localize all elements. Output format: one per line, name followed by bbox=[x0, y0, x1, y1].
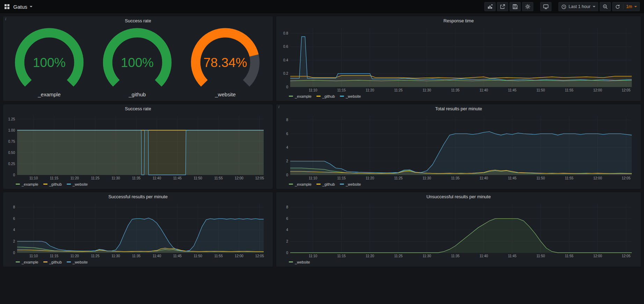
panel-info-icon[interactable]: i bbox=[5, 17, 6, 21]
svg-text:0.50: 0.50 bbox=[8, 151, 15, 155]
svg-text:0: 0 bbox=[286, 173, 288, 177]
svg-text:11:15: 11:15 bbox=[50, 254, 59, 258]
chart-svg: 00.20.40.60.811:1011:1511:2011:2511:3011… bbox=[278, 25, 637, 93]
legend-item-_github[interactable]: _github bbox=[316, 94, 335, 98]
panel-successful-results: Successful results per minute 0246811:10… bbox=[3, 192, 273, 267]
panel-title[interactable]: Unsuccessful results per minute bbox=[276, 192, 641, 201]
legend-item-_example[interactable]: _example bbox=[16, 260, 38, 264]
gauge-arc: 78.34% bbox=[181, 27, 269, 90]
chart-legend: _example_github_website bbox=[5, 259, 269, 266]
legend-item-_example[interactable]: _example bbox=[16, 182, 38, 186]
panel-title[interactable]: Success rate bbox=[3, 16, 273, 25]
svg-text:11:40: 11:40 bbox=[153, 254, 161, 258]
svg-text:11:20: 11:20 bbox=[366, 176, 374, 180]
panel-response-time: Response time 00.20.40.60.811:1011:1511:… bbox=[276, 16, 641, 101]
svg-text:11:40: 11:40 bbox=[153, 176, 161, 180]
refresh-icon bbox=[615, 4, 620, 9]
svg-text:12:00: 12:00 bbox=[593, 88, 602, 92]
chart-svg: 00.250.500.751.001.2511:1011:1511:2011:2… bbox=[5, 113, 269, 181]
legend-item-_example[interactable]: _example bbox=[289, 94, 312, 98]
add-panel-button[interactable] bbox=[484, 2, 496, 11]
panel-success-rate-timeseries: Success rate 00.250.500.751.001.2511:101… bbox=[3, 104, 273, 189]
save-icon bbox=[512, 4, 518, 9]
svg-text:11:50: 11:50 bbox=[536, 254, 545, 258]
legend-label: _github bbox=[49, 260, 62, 264]
legend-color-swatch bbox=[316, 184, 321, 185]
legend-item-_website[interactable]: _website bbox=[340, 94, 361, 98]
legend-item-_website[interactable]: _website bbox=[289, 260, 310, 264]
svg-text:11:35: 11:35 bbox=[451, 176, 460, 180]
svg-text:11:50: 11:50 bbox=[536, 88, 545, 92]
refresh-picker[interactable]: 1m bbox=[612, 2, 640, 11]
svg-text:12:05: 12:05 bbox=[622, 254, 630, 258]
legend-color-swatch bbox=[16, 184, 20, 185]
legend-item-_github[interactable]: _github bbox=[316, 182, 335, 186]
share-icon bbox=[500, 4, 505, 9]
svg-text:11:55: 11:55 bbox=[214, 176, 223, 180]
svg-text:11:20: 11:20 bbox=[366, 254, 374, 258]
svg-text:8: 8 bbox=[286, 118, 288, 122]
legend-item-_github[interactable]: _github bbox=[43, 260, 62, 264]
svg-text:11:55: 11:55 bbox=[565, 176, 574, 180]
gauge-label: _github bbox=[129, 90, 146, 100]
svg-text:11:20: 11:20 bbox=[71, 254, 79, 258]
panel-title[interactable]: Total results per minute bbox=[276, 104, 641, 113]
panel-title[interactable]: Response time bbox=[276, 16, 641, 25]
svg-text:11:10: 11:10 bbox=[309, 176, 317, 180]
svg-text:0: 0 bbox=[286, 85, 288, 89]
legend-label: _website bbox=[295, 260, 310, 264]
legend-item-_website[interactable]: _website bbox=[340, 182, 361, 186]
svg-text:0.2: 0.2 bbox=[283, 72, 288, 75]
gauge-value: 100% bbox=[33, 55, 66, 70]
legend-color-swatch bbox=[16, 261, 20, 262]
legend-label: _example bbox=[295, 182, 312, 186]
zoom-out-button[interactable] bbox=[600, 2, 611, 11]
svg-text:11:50: 11:50 bbox=[194, 254, 203, 258]
panel-info-icon[interactable]: i bbox=[278, 105, 279, 109]
legend-item-_example[interactable]: _example bbox=[289, 182, 312, 186]
panel-unsuccessful-results: Unsuccessful results per minute 0246811:… bbox=[276, 192, 641, 267]
gauge-arc: 100% bbox=[93, 27, 181, 90]
gauge-_website: 78.34%_website bbox=[181, 27, 269, 100]
legend-item-_website[interactable]: _website bbox=[67, 182, 88, 186]
svg-text:0.25: 0.25 bbox=[8, 162, 15, 166]
svg-text:11:45: 11:45 bbox=[173, 254, 182, 258]
svg-text:4: 4 bbox=[286, 228, 288, 232]
gauge-value: 78.34% bbox=[204, 55, 247, 70]
panel-title[interactable]: Successful results per minute bbox=[3, 192, 273, 201]
chevron-down-icon bbox=[593, 6, 595, 7]
chevron-down-icon bbox=[30, 6, 32, 7]
apps-grid-icon[interactable] bbox=[4, 4, 10, 9]
legend-color-swatch bbox=[289, 261, 293, 262]
legend-color-swatch bbox=[289, 96, 293, 97]
svg-text:11:45: 11:45 bbox=[508, 88, 517, 92]
share-button[interactable] bbox=[497, 2, 508, 11]
svg-text:11:20: 11:20 bbox=[71, 176, 79, 180]
monitor-icon bbox=[543, 4, 549, 9]
save-button[interactable] bbox=[510, 2, 521, 11]
svg-text:0: 0 bbox=[286, 251, 288, 255]
legend-item-_github[interactable]: _github bbox=[43, 182, 62, 186]
svg-text:11:35: 11:35 bbox=[132, 254, 141, 258]
svg-text:11:15: 11:15 bbox=[337, 176, 346, 180]
time-range-picker[interactable]: Last 1 hour bbox=[558, 2, 598, 11]
legend-label: _example bbox=[22, 260, 38, 264]
tv-mode-button[interactable] bbox=[540, 2, 551, 11]
panel-body: 0246811:1011:1511:2011:2511:3011:3511:40… bbox=[276, 201, 641, 267]
svg-text:11:25: 11:25 bbox=[91, 176, 100, 180]
panel-body: 100%_example100%_github78.34%_website bbox=[3, 25, 273, 101]
legend-label: _website bbox=[346, 94, 361, 98]
chevron-down-icon bbox=[634, 6, 637, 7]
svg-text:11:30: 11:30 bbox=[423, 176, 431, 180]
chart-svg: 0246811:1011:1511:2011:2511:3011:3511:40… bbox=[5, 201, 269, 259]
legend-label: _github bbox=[49, 182, 62, 186]
settings-button[interactable] bbox=[522, 2, 533, 11]
svg-text:0: 0 bbox=[13, 173, 15, 177]
panel-title[interactable]: Success rate bbox=[3, 104, 273, 113]
dashboard-row-3: Successful results per minute 0246811:10… bbox=[3, 192, 641, 267]
dashboard-title-menu[interactable]: Gatus bbox=[13, 4, 32, 10]
legend-item-_website[interactable]: _website bbox=[67, 260, 88, 264]
dashboard-row-2: Success rate 00.250.500.751.001.2511:101… bbox=[3, 104, 641, 189]
legend-color-swatch bbox=[340, 184, 344, 185]
legend-color-swatch bbox=[43, 184, 47, 185]
